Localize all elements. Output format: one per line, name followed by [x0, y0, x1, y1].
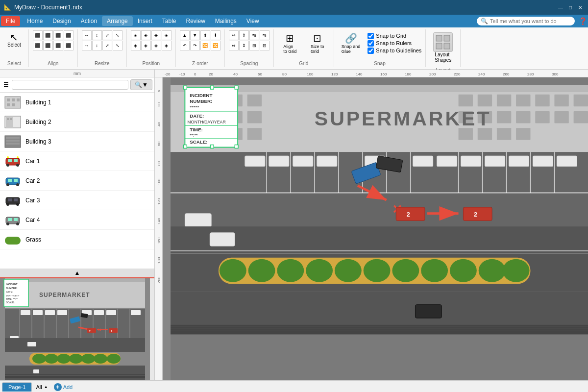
shape-item-grass[interactable]: Grass — [0, 230, 154, 249]
svg-text:100: 100 — [157, 178, 161, 185]
align-tr[interactable]: ⬛ — [53, 30, 63, 40]
shape-search-button[interactable]: 🔍▼ — [130, 79, 152, 90]
shape-item-building1[interactable]: Building 1 — [0, 93, 154, 112]
drawing-canvas[interactable]: SUPERMARKET INCIDENT NUMBER: ***** DATE:… — [171, 77, 588, 380]
spacing-7[interactable]: ⊞ — [249, 41, 259, 50]
search-box[interactable]: 🔍 — [477, 17, 575, 25]
maximize-button[interactable]: □ — [566, 3, 574, 11]
snap-glue-button[interactable]: 🔗 Snap and Glue — [338, 30, 364, 56]
pos-7[interactable]: ◈ — [151, 41, 161, 50]
resize-4[interactable]: ⤡ — [113, 30, 122, 40]
menu-home[interactable]: Home — [22, 16, 48, 26]
snap-grid-checkbox[interactable] — [368, 33, 374, 39]
resize-2[interactable]: ↕ — [92, 30, 102, 40]
align-to-grid-button[interactable]: ⊞ Align to Grid — [278, 30, 302, 56]
menu-view[interactable]: View — [242, 16, 264, 26]
svg-text:NUMBER:: NUMBER: — [6, 287, 18, 290]
spacing-8[interactable]: ⊟ — [260, 41, 270, 50]
shape-item-car2[interactable]: Car 2 — [0, 171, 154, 191]
resize-6[interactable]: ↕ — [92, 41, 102, 50]
select-button[interactable]: ↖ Select — [4, 30, 24, 49]
shape-item-building3[interactable]: Building 3 — [0, 132, 154, 151]
pos-4[interactable]: ◈ — [162, 30, 172, 40]
pos-2[interactable]: ◈ — [141, 30, 151, 40]
spacing-3[interactable]: ↹ — [249, 30, 259, 40]
resize-8[interactable]: ⤡ — [113, 41, 122, 50]
size-to-grid-button[interactable]: ⊡ Size to Grid — [305, 30, 330, 56]
resize-1[interactable]: ↔ — [82, 30, 92, 40]
snap-guidelines-checkbox[interactable] — [368, 48, 374, 54]
align-grid: ⬛ ⬛ ⬛ ⬛ ⬛ ⬛ ⬛ ⬛ — [33, 30, 74, 50]
menu-arrange[interactable]: Arrange — [102, 16, 133, 26]
help-icon[interactable]: ❓ — [579, 17, 587, 25]
panel-resize-handle[interactable]: ▲ — [0, 269, 154, 277]
align-ml[interactable]: ⬛ — [64, 30, 74, 40]
spacing-2[interactable]: ⇕ — [239, 30, 249, 40]
zorder-3[interactable]: ⬆ — [200, 30, 210, 40]
minimize-button[interactable]: — — [557, 3, 564, 11]
align-mr[interactable]: ⬛ — [43, 41, 53, 50]
svg-rect-38 — [8, 159, 12, 162]
zorder-6[interactable]: ↷ — [190, 41, 200, 50]
snap-rulers-row[interactable]: Snap to Rulers — [368, 40, 421, 47]
page-tab-1[interactable]: Page-1 — [2, 382, 32, 392]
close-button[interactable]: ✕ — [576, 3, 584, 11]
svg-point-52 — [6, 203, 9, 206]
svg-point-109 — [107, 354, 121, 364]
resize-7[interactable]: ⤢ — [102, 41, 112, 50]
menu-insert[interactable]: Insert — [133, 16, 157, 26]
zorder-1[interactable]: ▲ — [180, 30, 190, 40]
resize-3[interactable]: ⤢ — [102, 30, 112, 40]
add-page-button[interactable]: + Add — [54, 383, 73, 391]
zorder-4[interactable]: ⬇ — [211, 30, 220, 40]
shape-item-car4[interactable]: Car 4 — [0, 210, 154, 230]
spacing-1[interactable]: ⇔ — [229, 30, 239, 40]
shape-search-bar: ☰ 🔍▼ — [0, 77, 154, 93]
shape-item-car3[interactable]: Car 3 — [0, 191, 154, 210]
spacing-5[interactable]: ⇔ — [229, 41, 239, 50]
menu-table[interactable]: Table — [157, 16, 181, 26]
zorder-8[interactable]: 🔀 — [211, 41, 220, 50]
shape-search-input[interactable] — [12, 80, 128, 90]
resize-5[interactable]: ↔ — [82, 41, 92, 50]
menu-review[interactable]: Review — [181, 16, 210, 26]
svg-text:INCIDENT: INCIDENT — [190, 93, 212, 98]
pos-1[interactable]: ◈ — [131, 30, 141, 40]
align-tl[interactable]: ⬛ — [33, 30, 43, 40]
svg-text:TIME:: TIME: — [190, 127, 203, 132]
zorder-7[interactable]: 🔀 — [200, 41, 210, 50]
align-bc[interactable]: ⬛ — [64, 41, 74, 50]
align-bl[interactable]: ⬛ — [53, 41, 63, 50]
svg-rect-137 — [247, 111, 262, 123]
zorder-5[interactable]: ↶ — [180, 41, 190, 50]
svg-rect-83 — [33, 310, 43, 315]
pos-6[interactable]: ◈ — [141, 41, 151, 50]
building2-label: Building 2 — [25, 119, 51, 125]
menu-action[interactable]: Action — [76, 16, 102, 26]
snap-grid-row[interactable]: Snap to Grid — [368, 33, 421, 39]
shape-item-car1[interactable]: Car 1 — [0, 151, 154, 171]
svg-rect-151 — [497, 111, 511, 123]
align-tc[interactable]: ⬛ — [43, 30, 53, 40]
svg-rect-194 — [269, 156, 289, 167]
pos-8[interactable]: ◈ — [162, 41, 172, 50]
svg-text:MONTH/DAY/Y: MONTH/DAY/Y — [6, 294, 20, 297]
search-input[interactable] — [490, 18, 571, 24]
menu-mailings[interactable]: Mailings — [210, 16, 242, 26]
menu-design[interactable]: Design — [48, 16, 75, 26]
snap-guidelines-row[interactable]: Snap to Guidelines — [368, 48, 421, 54]
pos-3[interactable]: ◈ — [151, 30, 161, 40]
layout-shapes-button[interactable]: Layout Shapes — [430, 30, 456, 65]
shape-item-building2[interactable]: Building 2 — [0, 112, 154, 132]
svg-rect-1 — [444, 35, 450, 41]
menu-file[interactable]: File — [1, 16, 20, 26]
align-mc[interactable]: ⬛ — [33, 41, 43, 50]
zorder-2[interactable]: ▼ — [190, 30, 200, 40]
ribbon: ↖ Select Select ⬛ ⬛ ⬛ ⬛ ⬛ ⬛ ⬛ ⬛ Align ↔ … — [0, 27, 588, 70]
spacing-6[interactable]: ⇕ — [239, 41, 249, 50]
pos-5[interactable]: ◈ — [131, 41, 141, 50]
canvas-area[interactable]: SUPERMARKET INCIDENT NUMBER: ***** DATE:… — [163, 77, 588, 380]
svg-rect-45 — [8, 179, 12, 182]
snap-rulers-checkbox[interactable] — [368, 40, 374, 47]
spacing-4[interactable]: ↹ — [260, 30, 270, 40]
